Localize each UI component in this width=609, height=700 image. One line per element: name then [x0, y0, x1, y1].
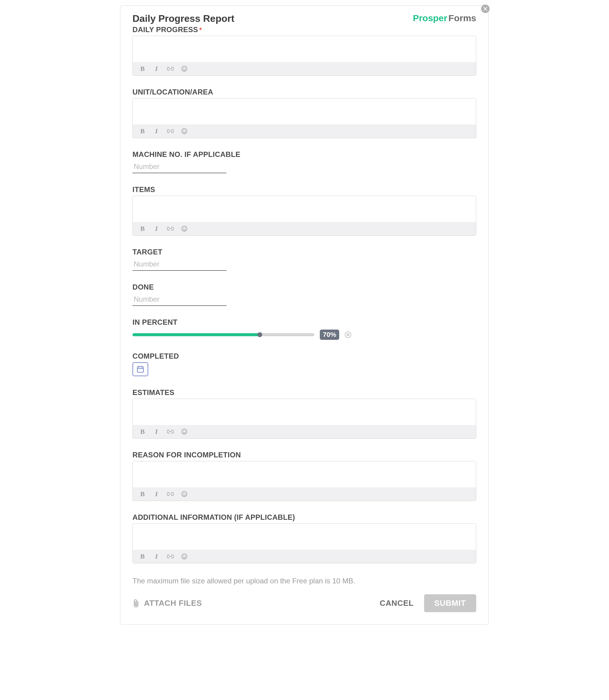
svg-point-7: [183, 228, 184, 228]
input-done[interactable]: [133, 293, 226, 306]
link-icon[interactable]: [167, 553, 174, 560]
svg-point-17: [183, 556, 184, 556]
field-estimates: ESTIMATES B I: [133, 388, 476, 438]
attach-label: ATTACH FILES: [144, 598, 202, 608]
link-icon[interactable]: [167, 127, 174, 135]
field-completed: COMPLETED: [133, 352, 476, 376]
attach-files-button[interactable]: ATTACH FILES: [133, 598, 202, 608]
field-daily-progress: DAILY PROGRESS* B I: [133, 25, 476, 76]
richtext-estimates: B I: [133, 399, 476, 438]
field-additional: ADDITIONAL INFORMATION (IF APPLICABLE) B…: [133, 513, 476, 563]
field-machine: MACHINE NO. IF APPLICABLE: [133, 150, 476, 173]
page-title: Daily Progress Report: [133, 13, 234, 24]
richtext-additional: B I: [133, 523, 476, 563]
svg-point-5: [185, 130, 186, 131]
richtext-unit: B I: [133, 98, 476, 138]
svg-point-10: [182, 429, 187, 434]
date-picker-button[interactable]: [133, 362, 148, 376]
richtext-toolbar: B I: [133, 487, 476, 501]
svg-point-8: [185, 228, 186, 228]
input-unit[interactable]: [133, 98, 476, 123]
footer-row: ATTACH FILES CANCEL SUBMIT: [133, 594, 476, 612]
emoji-icon[interactable]: [181, 490, 188, 498]
svg-point-3: [182, 129, 187, 134]
label-additional: ADDITIONAL INFORMATION (IF APPLICABLE): [133, 513, 476, 522]
bold-icon[interactable]: B: [139, 490, 146, 498]
link-icon[interactable]: [167, 65, 174, 72]
field-reason: REASON FOR INCOMPLETION B I: [133, 451, 476, 501]
italic-icon[interactable]: I: [153, 490, 160, 498]
italic-icon[interactable]: I: [153, 553, 160, 560]
input-target[interactable]: [133, 258, 226, 271]
italic-icon[interactable]: I: [153, 428, 160, 435]
field-target: TARGET: [133, 248, 476, 271]
svg-point-6: [182, 226, 187, 231]
emoji-icon[interactable]: [181, 127, 188, 135]
svg-point-0: [182, 66, 187, 71]
field-done: DONE: [133, 283, 476, 306]
submit-button[interactable]: SUBMIT: [424, 594, 476, 612]
emoji-icon[interactable]: [181, 553, 188, 560]
file-size-note: The maximum file size allowed per upload…: [133, 577, 476, 585]
form-panel: Daily Progress Report ProsperForms DAILY…: [120, 5, 489, 625]
svg-point-14: [183, 493, 184, 494]
richtext-reason: B I: [133, 461, 476, 501]
input-daily-progress[interactable]: [133, 36, 476, 61]
label-reason: REASON FOR INCOMPLETION: [133, 451, 476, 459]
label-completed: COMPLETED: [133, 352, 476, 360]
bold-icon[interactable]: B: [139, 553, 146, 560]
field-items: ITEMS B I: [133, 185, 476, 236]
bold-icon[interactable]: B: [139, 127, 146, 135]
bold-icon[interactable]: B: [139, 65, 146, 72]
label-text: DAILY PROGRESS: [133, 25, 198, 34]
richtext-daily-progress: B I: [133, 36, 476, 76]
label-machine: MACHINE NO. IF APPLICABLE: [133, 150, 476, 159]
label-items: ITEMS: [133, 185, 476, 194]
svg-point-4: [183, 130, 184, 131]
svg-point-13: [182, 491, 187, 497]
label-unit: UNIT/LOCATION/AREA: [133, 88, 476, 96]
richtext-items: B I: [133, 196, 476, 236]
clear-percent-icon[interactable]: [345, 331, 351, 338]
svg-point-2: [185, 68, 186, 69]
input-reason[interactable]: [133, 461, 476, 486]
field-unit: UNIT/LOCATION/AREA B I: [133, 88, 476, 138]
italic-icon[interactable]: I: [153, 65, 160, 72]
label-target: TARGET: [133, 248, 476, 256]
svg-point-16: [182, 554, 187, 559]
italic-icon[interactable]: I: [153, 127, 160, 135]
input-additional[interactable]: [133, 524, 476, 549]
input-estimates[interactable]: [133, 399, 476, 424]
paperclip-icon: [133, 599, 140, 608]
percent-slider[interactable]: [133, 333, 314, 336]
input-machine[interactable]: [133, 161, 226, 173]
emoji-icon[interactable]: [181, 428, 188, 435]
field-percent: IN PERCENT 70%: [133, 318, 476, 340]
svg-point-18: [185, 556, 186, 556]
slider-thumb[interactable]: [257, 332, 262, 337]
bold-icon[interactable]: B: [139, 225, 146, 232]
cancel-button[interactable]: CANCEL: [380, 598, 414, 608]
slider-fill: [133, 333, 260, 336]
richtext-toolbar: B I: [133, 425, 476, 438]
logo-part1: Prosper: [413, 13, 447, 23]
richtext-toolbar: B I: [133, 62, 476, 75]
link-icon[interactable]: [167, 490, 174, 498]
link-icon[interactable]: [167, 225, 174, 232]
italic-icon[interactable]: I: [153, 225, 160, 232]
percent-badge: 70%: [320, 329, 339, 340]
label-percent: IN PERCENT: [133, 318, 476, 326]
logo-part2: Forms: [448, 13, 476, 23]
emoji-icon[interactable]: [181, 65, 188, 72]
bold-icon[interactable]: B: [139, 428, 146, 435]
label-done: DONE: [133, 283, 476, 291]
richtext-toolbar: B I: [133, 222, 476, 235]
emoji-icon[interactable]: [181, 225, 188, 232]
brand-logo: ProsperForms: [413, 13, 476, 23]
label-daily-progress: DAILY PROGRESS*: [133, 25, 476, 34]
input-items[interactable]: [133, 196, 476, 221]
calendar-icon: [136, 365, 144, 374]
svg-point-12: [185, 431, 186, 431]
close-icon[interactable]: [481, 4, 490, 13]
link-icon[interactable]: [167, 428, 174, 435]
